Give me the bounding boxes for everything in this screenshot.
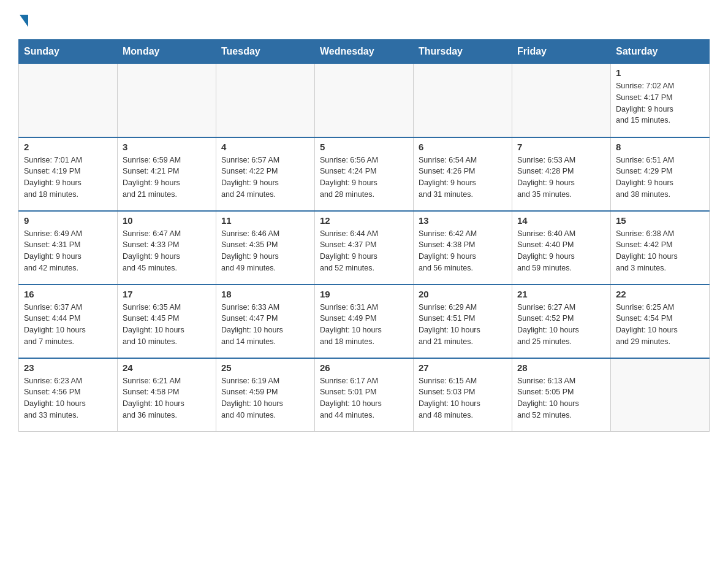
day-info: Sunrise: 6:23 AM Sunset: 4:56 PM Dayligh… [24,375,112,421]
day-info: Sunrise: 6:27 AM Sunset: 4:52 PM Dayligh… [517,302,605,348]
day-number: 6 [419,142,507,152]
day-number: 27 [419,362,507,373]
day-number: 18 [221,289,309,299]
calendar-day-cell: 15Sunrise: 6:38 AM Sunset: 4:42 PM Dayli… [611,211,710,285]
calendar-day-cell: 20Sunrise: 6:29 AM Sunset: 4:51 PM Dayli… [414,285,512,358]
day-info: Sunrise: 6:42 AM Sunset: 4:38 PM Dayligh… [419,228,507,274]
calendar-day-cell: 26Sunrise: 6:17 AM Sunset: 5:01 PM Dayli… [315,358,414,432]
calendar-day-cell: 2Sunrise: 7:01 AM Sunset: 4:19 PM Daylig… [19,137,118,211]
calendar-week-row: 2Sunrise: 7:01 AM Sunset: 4:19 PM Daylig… [19,137,710,211]
calendar-day-cell: 3Sunrise: 6:59 AM Sunset: 4:21 PM Daylig… [118,137,216,211]
day-info: Sunrise: 6:29 AM Sunset: 4:51 PM Dayligh… [419,302,507,348]
weekday-header-row: SundayMondayTuesdayWednesdayThursdayFrid… [19,40,710,64]
calendar-day-cell: 10Sunrise: 6:47 AM Sunset: 4:33 PM Dayli… [118,211,216,285]
logo-triangle-icon [20,15,28,27]
calendar-week-row: 23Sunrise: 6:23 AM Sunset: 4:56 PM Dayli… [19,358,710,432]
calendar-day-cell: 6Sunrise: 6:54 AM Sunset: 4:26 PM Daylig… [414,137,512,211]
day-info: Sunrise: 6:46 AM Sunset: 4:35 PM Dayligh… [221,228,309,274]
day-number: 22 [616,289,704,299]
calendar-day-cell: 1Sunrise: 7:02 AM Sunset: 4:17 PM Daylig… [611,64,710,137]
calendar-week-row: 9Sunrise: 6:49 AM Sunset: 4:31 PM Daylig… [19,211,710,285]
day-number: 13 [419,215,507,226]
day-info: Sunrise: 6:57 AM Sunset: 4:22 PM Dayligh… [221,155,309,201]
day-info: Sunrise: 6:13 AM Sunset: 5:05 PM Dayligh… [517,375,605,421]
day-info: Sunrise: 6:47 AM Sunset: 4:33 PM Dayligh… [123,228,211,274]
day-info: Sunrise: 6:35 AM Sunset: 4:45 PM Dayligh… [123,302,211,348]
calendar-day-cell: 4Sunrise: 6:57 AM Sunset: 4:22 PM Daylig… [216,137,315,211]
day-number: 19 [320,289,408,299]
day-number: 9 [24,215,112,226]
day-info: Sunrise: 6:49 AM Sunset: 4:31 PM Dayligh… [24,228,112,274]
calendar-day-cell [118,64,216,137]
day-number: 20 [419,289,507,299]
calendar-day-cell: 9Sunrise: 6:49 AM Sunset: 4:31 PM Daylig… [19,211,118,285]
day-info: Sunrise: 6:31 AM Sunset: 4:49 PM Dayligh… [320,302,408,348]
day-info: Sunrise: 6:38 AM Sunset: 4:42 PM Dayligh… [616,228,704,274]
logo [18,12,28,27]
day-number: 3 [123,142,211,152]
calendar-day-cell [611,358,710,432]
day-info: Sunrise: 6:17 AM Sunset: 5:01 PM Dayligh… [320,375,408,421]
day-number: 4 [221,142,309,152]
day-number: 25 [221,362,309,373]
calendar-day-cell: 11Sunrise: 6:46 AM Sunset: 4:35 PM Dayli… [216,211,315,285]
day-info: Sunrise: 6:37 AM Sunset: 4:44 PM Dayligh… [24,302,112,348]
calendar-week-row: 1Sunrise: 7:02 AM Sunset: 4:17 PM Daylig… [19,64,710,137]
day-info: Sunrise: 6:51 AM Sunset: 4:29 PM Dayligh… [616,155,704,201]
calendar-day-cell: 21Sunrise: 6:27 AM Sunset: 4:52 PM Dayli… [512,285,611,358]
calendar-table: SundayMondayTuesdayWednesdayThursdayFrid… [18,39,710,432]
weekday-header-monday: Monday [118,40,216,64]
day-info: Sunrise: 6:54 AM Sunset: 4:26 PM Dayligh… [419,155,507,201]
day-number: 21 [517,289,605,299]
day-info: Sunrise: 6:44 AM Sunset: 4:37 PM Dayligh… [320,228,408,274]
day-number: 16 [24,289,112,299]
calendar-day-cell [414,64,512,137]
calendar-day-cell [19,64,118,137]
day-info: Sunrise: 7:02 AM Sunset: 4:17 PM Dayligh… [616,80,704,126]
calendar-day-cell: 12Sunrise: 6:44 AM Sunset: 4:37 PM Dayli… [315,211,414,285]
weekday-header-thursday: Thursday [414,40,512,64]
calendar-day-cell: 27Sunrise: 6:15 AM Sunset: 5:03 PM Dayli… [414,358,512,432]
day-info: Sunrise: 7:01 AM Sunset: 4:19 PM Dayligh… [24,155,112,201]
calendar-day-cell: 24Sunrise: 6:21 AM Sunset: 4:58 PM Dayli… [118,358,216,432]
day-number: 17 [123,289,211,299]
calendar-day-cell [315,64,414,137]
weekday-header-friday: Friday [512,40,611,64]
calendar-day-cell: 17Sunrise: 6:35 AM Sunset: 4:45 PM Dayli… [118,285,216,358]
calendar-day-cell: 13Sunrise: 6:42 AM Sunset: 4:38 PM Dayli… [414,211,512,285]
day-number: 15 [616,215,704,226]
calendar-week-row: 16Sunrise: 6:37 AM Sunset: 4:44 PM Dayli… [19,285,710,358]
day-number: 28 [517,362,605,373]
day-number: 7 [517,142,605,152]
day-number: 10 [123,215,211,226]
day-number: 26 [320,362,408,373]
calendar-day-cell [216,64,315,137]
day-info: Sunrise: 6:15 AM Sunset: 5:03 PM Dayligh… [419,375,507,421]
calendar-day-cell: 19Sunrise: 6:31 AM Sunset: 4:49 PM Dayli… [315,285,414,358]
day-info: Sunrise: 6:40 AM Sunset: 4:40 PM Dayligh… [517,228,605,274]
day-number: 5 [320,142,408,152]
calendar-day-cell: 28Sunrise: 6:13 AM Sunset: 5:05 PM Dayli… [512,358,611,432]
day-info: Sunrise: 6:59 AM Sunset: 4:21 PM Dayligh… [123,155,211,201]
weekday-header-sunday: Sunday [19,40,118,64]
day-number: 11 [221,215,309,226]
day-number: 1 [616,67,704,78]
day-info: Sunrise: 6:25 AM Sunset: 4:54 PM Dayligh… [616,302,704,348]
calendar-day-cell: 16Sunrise: 6:37 AM Sunset: 4:44 PM Dayli… [19,285,118,358]
weekday-header-tuesday: Tuesday [216,40,315,64]
calendar-day-cell: 8Sunrise: 6:51 AM Sunset: 4:29 PM Daylig… [611,137,710,211]
day-info: Sunrise: 6:53 AM Sunset: 4:28 PM Dayligh… [517,155,605,201]
day-number: 8 [616,142,704,152]
calendar-day-cell: 14Sunrise: 6:40 AM Sunset: 4:40 PM Dayli… [512,211,611,285]
day-number: 12 [320,215,408,226]
day-info: Sunrise: 6:19 AM Sunset: 4:59 PM Dayligh… [221,375,309,421]
weekday-header-wednesday: Wednesday [315,40,414,64]
calendar-day-cell: 23Sunrise: 6:23 AM Sunset: 4:56 PM Dayli… [19,358,118,432]
day-number: 24 [123,362,211,373]
day-number: 23 [24,362,112,373]
day-number: 14 [517,215,605,226]
calendar-day-cell: 7Sunrise: 6:53 AM Sunset: 4:28 PM Daylig… [512,137,611,211]
calendar-day-cell [512,64,611,137]
day-info: Sunrise: 6:33 AM Sunset: 4:47 PM Dayligh… [221,302,309,348]
calendar-day-cell: 18Sunrise: 6:33 AM Sunset: 4:47 PM Dayli… [216,285,315,358]
